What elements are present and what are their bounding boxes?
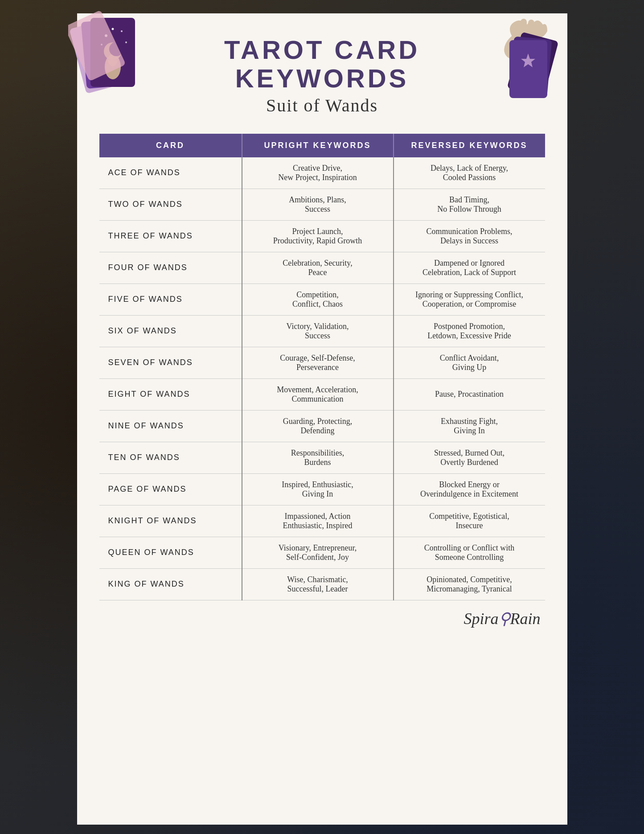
upright-keywords-cell: Project Launch, Productivity, Rapid Grow… <box>242 220 394 252</box>
reversed-keywords-cell: Postponed Promotion, Letdown, Excessive … <box>394 315 545 347</box>
logo-text: Spira⚲Rain <box>464 610 540 628</box>
table-header-row: CARD UPRIGHT KEYWORDS REVERSED KEYWORDS <box>99 134 545 157</box>
spiral-icon: ⚲ <box>499 610 510 628</box>
upright-keywords-cell: Responsibilities, Burdens <box>242 442 394 473</box>
brand-logo: Spira⚲Rain <box>99 609 541 628</box>
card-name-cell: TEN OF WANDS <box>99 442 242 473</box>
card-name-cell: EIGHT OF WANDS <box>99 378 242 410</box>
table-row: PAGE OF WANDSInspired, Enthusiastic, Giv… <box>99 473 545 505</box>
page-subtitle: Suit of Wands <box>99 95 545 116</box>
card-name-cell: FOUR OF WANDS <box>99 252 242 283</box>
card-name-cell: FIVE OF WANDS <box>99 283 242 315</box>
card-name-cell: SIX OF WANDS <box>99 315 242 347</box>
page-footer: Spira⚲Rain <box>99 609 545 628</box>
upright-keywords-cell: Wise, Charismatic, Successful, Leader <box>242 568 394 600</box>
reversed-keywords-cell: Bad Timing, No Follow Through <box>394 189 545 220</box>
upright-keywords-cell: Guarding, Protecting, Defending <box>242 410 394 442</box>
reversed-keywords-cell: Controlling or Conflict with Someone Con… <box>394 537 545 568</box>
table-row: NINE OF WANDSGuarding, Protecting, Defen… <box>99 410 545 442</box>
page-header: TAROT CARD KEYWORDS Suit of Wands <box>99 27 545 129</box>
upright-keywords-cell: Celebration, Security, Peace <box>242 252 394 283</box>
card-name-cell: NINE OF WANDS <box>99 410 242 442</box>
table-row: KNIGHT OF WANDSImpassioned, Action Enthu… <box>99 505 545 537</box>
table-row: EIGHT OF WANDSMovement, Acceleration, Co… <box>99 378 545 410</box>
reversed-keywords-cell: Opinionated, Competitive, Micromanaging,… <box>394 568 545 600</box>
card-name-cell: KNIGHT OF WANDS <box>99 505 242 537</box>
keywords-table: CARD UPRIGHT KEYWORDS REVERSED KEYWORDS … <box>99 134 545 600</box>
table-row: SIX OF WANDSVictory, Validation, Success… <box>99 315 545 347</box>
upright-keywords-cell: Courage, Self-Defense, Perseverance <box>242 347 394 378</box>
card-name-cell: TWO OF WANDS <box>99 189 242 220</box>
card-name-cell: KING OF WANDS <box>99 568 242 600</box>
reversed-keywords-cell: Ignoring or Suppressing Conflict, Cooper… <box>394 283 545 315</box>
upright-keywords-cell: Inspired, Enthusiastic, Giving In <box>242 473 394 505</box>
reversed-keywords-cell: Conflict Avoidant, Giving Up <box>394 347 545 378</box>
table-row: THREE OF WANDSProject Launch, Productivi… <box>99 220 545 252</box>
reversed-keywords-cell: Competitive, Egotistical, Insecure <box>394 505 545 537</box>
upright-keywords-cell: Victory, Validation, Success <box>242 315 394 347</box>
upright-keywords-cell: Movement, Acceleration, Communication <box>242 378 394 410</box>
reversed-keywords-cell: Dampened or Ignored Celebration, Lack of… <box>394 252 545 283</box>
main-title: TAROT CARD KEYWORDS <box>99 36 545 93</box>
table-row: KING OF WANDSWise, Charismatic, Successf… <box>99 568 545 600</box>
upright-keywords-cell: Ambitions, Plans, Success <box>242 189 394 220</box>
upright-keywords-cell: Visionary, Entrepreneur, Self-Confident,… <box>242 537 394 568</box>
reversed-keywords-cell: Communication Problems, Delays in Succes… <box>394 220 545 252</box>
reversed-keywords-cell: Delays, Lack of Energy, Cooled Passions <box>394 157 545 189</box>
table-row: TEN OF WANDSResponsibilities, BurdensStr… <box>99 442 545 473</box>
table-row: SEVEN OF WANDSCourage, Self-Defense, Per… <box>99 347 545 378</box>
table-row: FIVE OF WANDSCompetition, Conflict, Chao… <box>99 283 545 315</box>
col-header-reversed: REVERSED KEYWORDS <box>394 134 545 157</box>
table-row: QUEEN OF WANDSVisionary, Entrepreneur, S… <box>99 537 545 568</box>
upright-keywords-cell: Impassioned, Action Enthusiastic, Inspir… <box>242 505 394 537</box>
col-header-upright: UPRIGHT KEYWORDS <box>242 134 394 157</box>
reversed-keywords-cell: Exhausting Fight, Giving In <box>394 410 545 442</box>
reversed-keywords-cell: Blocked Energy or Overindulgence in Exci… <box>394 473 545 505</box>
upright-keywords-cell: Competition, Conflict, Chaos <box>242 283 394 315</box>
card-name-cell: QUEEN OF WANDS <box>99 537 242 568</box>
card-name-cell: ACE OF WANDS <box>99 157 242 189</box>
card-name-cell: THREE OF WANDS <box>99 220 242 252</box>
col-header-card: CARD <box>99 134 242 157</box>
table-row: FOUR OF WANDSCelebration, Security, Peac… <box>99 252 545 283</box>
table-row: TWO OF WANDSAmbitions, Plans, SuccessBad… <box>99 189 545 220</box>
upright-keywords-cell: Creative Drive, New Project, Inspiration <box>242 157 394 189</box>
page-container: TAROT CARD KEYWORDS Suit of Wands CARD U… <box>77 13 567 825</box>
reversed-keywords-cell: Stressed, Burned Out, Overtly Burdened <box>394 442 545 473</box>
card-name-cell: SEVEN OF WANDS <box>99 347 242 378</box>
card-name-cell: PAGE OF WANDS <box>99 473 242 505</box>
reversed-keywords-cell: Pause, Procastination <box>394 378 545 410</box>
table-row: ACE OF WANDSCreative Drive, New Project,… <box>99 157 545 189</box>
